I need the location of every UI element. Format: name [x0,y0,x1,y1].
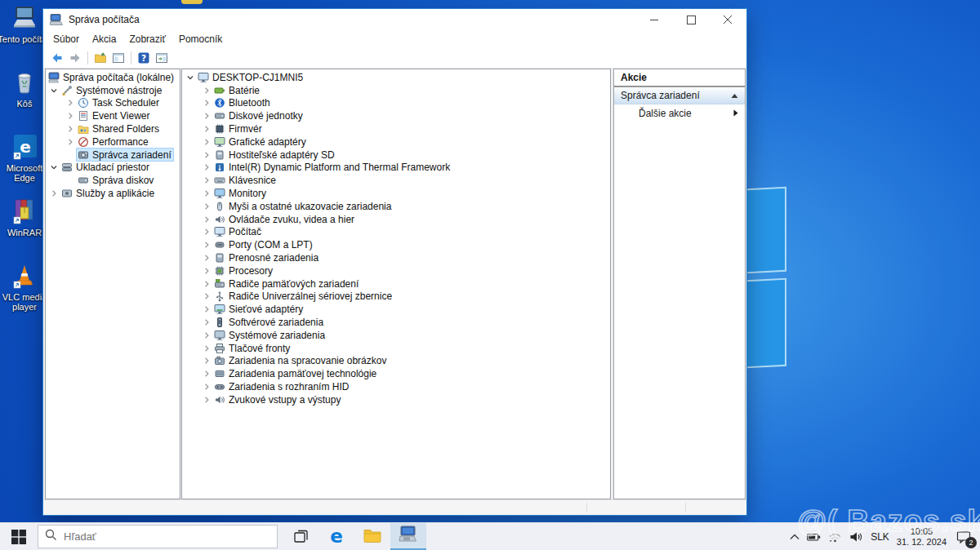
chevron-collapsed-icon[interactable] [200,343,213,354]
tree-item[interactable]: Klávesnice [182,174,610,187]
chevron-collapsed-icon[interactable] [200,175,213,186]
tree-item[interactable]: Event Viewer [46,109,180,122]
search-input[interactable] [64,530,270,543]
tree-item[interactable]: Systémové zariadenia [182,329,610,342]
chevron-collapsed-icon[interactable] [200,330,213,341]
tree-item[interactable]: Zariadenia pamäťovej technológie [182,367,610,380]
tree-item[interactable]: Ovládače zvuku, videa a hier [182,213,610,226]
desktop-icon-winrar[interactable]: WinRAR [2,197,47,260]
chevron-collapsed-icon[interactable] [200,265,213,277]
chevron-collapsed-icon[interactable] [200,355,213,366]
more-actions-item[interactable]: Ďalšie akcie [614,104,745,122]
tree-item[interactable]: Monitory [182,187,610,200]
language-indicator[interactable]: SLK [871,531,889,543]
tree-item[interactable]: Správca zariadení [46,149,180,162]
chevron-collapsed-icon[interactable] [200,214,213,225]
chevron-collapsed-icon[interactable] [200,381,213,393]
tree-item[interactable]: Zvukové vstupy a výstupy [182,393,610,406]
tree-item[interactable]: Batérie [182,84,610,97]
computer-management-taskbar-button[interactable] [390,523,426,550]
wifi-icon[interactable] [828,531,842,543]
help-icon[interactable]: ? [135,50,153,67]
chevron-collapsed-icon[interactable] [200,317,213,328]
title-bar[interactable]: Správa počítača [43,9,746,30]
tree-item[interactable]: Shared Folders [46,122,180,135]
tree-item[interactable]: Zariadenia na spracovanie obrázkov [182,355,610,368]
chevron-collapsed-icon[interactable] [200,252,213,264]
taskbar-search[interactable] [38,525,278,548]
tree-item[interactable]: Diskové jednotky [182,109,610,122]
minimize-button[interactable] [636,9,673,30]
tree-item[interactable]: Radiče pamäťových zariadení [182,277,610,291]
battery-icon[interactable] [807,531,821,543]
chevron-collapsed-icon[interactable] [200,110,213,122]
chevron-collapsed-icon[interactable] [200,394,213,406]
tree-item[interactable]: Intel(R) Dynamic Platform and Thermal Fr… [182,162,610,175]
desktop-icon-k-[interactable]: Kôš [2,68,47,131]
folder-up-icon[interactable] [91,50,109,67]
tree-item[interactable]: Sieťové adaptéry [182,303,610,316]
tree-item[interactable]: DESKTOP-CJ1MNI5 [182,71,610,84]
tree-item[interactable]: Firmvér [182,122,610,135]
chevron-collapsed-icon[interactable] [200,85,213,96]
menu-action[interactable]: Akcia [86,31,122,47]
chevron-collapsed-icon[interactable] [200,123,213,135]
menu-help[interactable]: Pomocník [172,31,229,47]
tree-item[interactable]: Performance [46,135,180,149]
chevron-collapsed-icon[interactable] [200,188,213,199]
menu-file[interactable]: Súbor [47,31,86,47]
chevron-collapsed-icon[interactable] [47,188,60,199]
chevron-collapsed-icon[interactable] [200,162,213,173]
volume-icon[interactable] [849,531,863,543]
chevron-collapsed-icon[interactable] [200,304,213,315]
edge-taskbar-button[interactable]: e [318,523,354,550]
chevron-collapsed-icon[interactable] [64,110,77,122]
chevron-collapsed-icon[interactable] [64,123,77,135]
menu-view[interactable]: Zobraziť [122,31,172,47]
forward-icon[interactable] [66,50,84,67]
tree-item[interactable]: Myši a ostatné ukazovacie zariadenia [182,200,610,213]
tree-item[interactable]: Hostiteľské adaptéry SD [182,149,610,162]
actions-group-header[interactable]: Správca zariadení [614,86,745,104]
action-pane-icon[interactable] [153,50,171,67]
tree-item[interactable]: Prenosné zariadenia [182,251,610,264]
desktop-icon-vlc-media-player[interactable]: VLC media player [2,261,47,325]
tree-item[interactable]: Grafické adaptéry [182,135,610,149]
tree-item[interactable]: Bluetooth [182,97,610,110]
task-view-button[interactable] [283,523,318,550]
chevron-collapsed-icon[interactable] [200,201,213,212]
action-center-button[interactable]: 2 [954,527,973,547]
maximize-button[interactable] [673,9,710,30]
tree-item[interactable]: Služby a aplikácie [46,187,180,200]
back-icon[interactable] [48,50,66,67]
chevron-collapsed-icon[interactable] [200,368,213,379]
tray-chevron-icon[interactable] [790,534,800,540]
tree-item[interactable]: Počítač [182,226,610,239]
tree-item[interactable]: Procesory [182,264,610,277]
start-button[interactable] [0,523,38,550]
tree-item[interactable]: Tlačové fronty [182,342,610,355]
tree-item[interactable]: Porty (COM a LPT) [182,238,610,251]
clock[interactable]: 10:05 31. 12. 2024 [897,526,947,548]
tree-item[interactable]: Systémové nástroje [46,84,180,97]
chevron-collapsed-icon[interactable] [200,149,213,161]
console-tree-icon[interactable] [109,50,127,67]
chevron-collapsed-icon[interactable] [64,97,77,109]
tree-item[interactable]: Správa diskov [46,174,180,187]
chevron-expanded-icon[interactable] [47,85,60,96]
chevron-collapsed-icon[interactable] [200,136,213,148]
collapse-arrow-icon[interactable] [731,90,738,101]
tree-item[interactable]: Zariadenia s rozhraním HID [182,380,610,393]
chevron-expanded-icon[interactable] [47,162,60,173]
chevron-collapsed-icon[interactable] [200,97,213,109]
tree-item[interactable]: Task Scheduler [46,97,180,110]
desktop-icon-tento-po-ta-[interactable]: Tento počítač [2,3,47,67]
desktop-icon-microsoft-edge[interactable]: eMicrosoft Edge [2,132,47,196]
tree-item[interactable]: Softvérové zariadenia [182,316,610,329]
tree-item[interactable]: Radiče Univerzálnej sériovej zbernice [182,291,610,304]
chevron-collapsed-icon[interactable] [200,291,213,302]
close-button[interactable] [710,9,746,30]
chevron-collapsed-icon[interactable] [200,278,213,290]
tree-item[interactable]: Správa počítača (lokálne) [46,71,180,84]
file-explorer-button[interactable] [354,523,390,550]
